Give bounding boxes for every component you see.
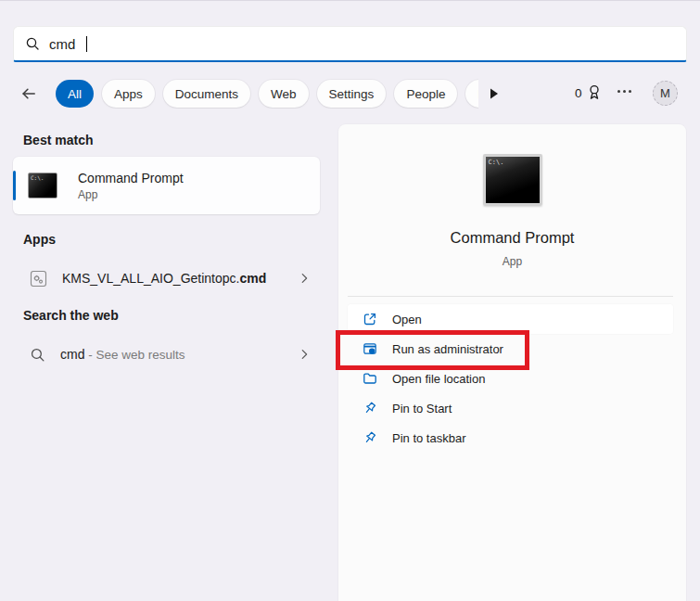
tab-documents[interactable]: Documents <box>163 80 250 108</box>
action-label: Pin to Start <box>392 402 452 416</box>
tab-folders[interactable]: Folders <box>465 80 478 108</box>
tab-apps[interactable]: Apps <box>102 80 155 108</box>
web-search-header: Search the web <box>23 308 119 323</box>
search-box[interactable] <box>13 26 687 62</box>
command-prompt-icon <box>28 173 57 198</box>
search-icon <box>30 347 45 363</box>
action-open-file-location[interactable]: Open file location <box>348 364 673 393</box>
selection-accent-bar <box>13 171 16 200</box>
apps-result-item[interactable]: KMS_VL_ALL_AIO_Getintopc.cmd <box>13 263 320 293</box>
back-arrow-icon <box>20 85 37 102</box>
chevron-right-icon[interactable] <box>298 272 311 285</box>
action-label: Pin to taskbar <box>392 431 466 445</box>
best-match-title: Command Prompt <box>78 171 184 185</box>
web-result-label: cmd - See web results <box>60 347 185 362</box>
search-icon <box>25 36 40 51</box>
rewards-badge[interactable]: 0 <box>575 83 603 102</box>
more-options-icon <box>617 90 620 93</box>
apps-result-label: KMS_VL_ALL_AIO_Getintopc.cmd <box>62 271 266 286</box>
search-flyout: All Apps Documents Web Settings People F… <box>0 0 700 601</box>
play-triangle-icon <box>488 87 500 100</box>
rewards-count: 0 <box>575 86 582 100</box>
pin-icon <box>363 430 377 445</box>
action-list: Open Run as administrator Open file loca… <box>348 304 673 453</box>
preview-panel: Command Prompt App Open Run as administr… <box>338 124 686 601</box>
filter-toolbar: All Apps Documents Web Settings People F… <box>0 79 700 109</box>
filter-tabs: All Apps Documents Web Settings People F… <box>56 79 478 109</box>
action-open[interactable]: Open <box>348 304 673 334</box>
best-match-header: Best match <box>23 133 93 147</box>
action-label: Run as administrator <box>392 342 503 356</box>
divider <box>348 296 673 297</box>
tab-web[interactable]: Web <box>259 80 309 108</box>
more-options-button[interactable] <box>617 90 631 93</box>
action-label: Open file location <box>392 372 485 386</box>
chevron-right-icon[interactable] <box>298 348 311 361</box>
action-label: Open <box>392 313 422 326</box>
text-cursor <box>86 36 87 52</box>
action-pin-to-taskbar[interactable]: Pin to taskbar <box>348 423 673 453</box>
tab-people[interactable]: People <box>394 80 457 108</box>
preview-subtitle: App <box>338 255 686 268</box>
web-result-item[interactable]: cmd - See web results <box>13 339 320 369</box>
best-match-item[interactable]: Command Prompt App <box>13 157 320 214</box>
preview-title: Command Prompt <box>338 229 686 247</box>
user-avatar[interactable]: M <box>653 81 678 106</box>
action-run-as-administrator[interactable]: Run as administrator <box>348 334 673 364</box>
command-prompt-icon-large <box>483 154 542 206</box>
tabs-scroll-right-button[interactable] <box>488 87 500 104</box>
run-as-admin-icon <box>363 341 377 356</box>
action-pin-to-start[interactable]: Pin to Start <box>348 393 673 423</box>
tab-settings[interactable]: Settings <box>317 80 387 108</box>
tab-all[interactable]: All <box>56 80 94 108</box>
batch-file-icon <box>30 270 47 288</box>
best-match-subtitle: App <box>78 188 184 201</box>
pin-icon <box>363 401 377 416</box>
apps-header: Apps <box>23 232 56 247</box>
search-input[interactable] <box>49 36 86 52</box>
folder-icon <box>363 371 377 386</box>
back-button[interactable] <box>20 85 37 106</box>
open-icon <box>363 312 377 326</box>
avatar-initial: M <box>660 86 670 100</box>
rewards-medal-icon <box>586 83 603 102</box>
